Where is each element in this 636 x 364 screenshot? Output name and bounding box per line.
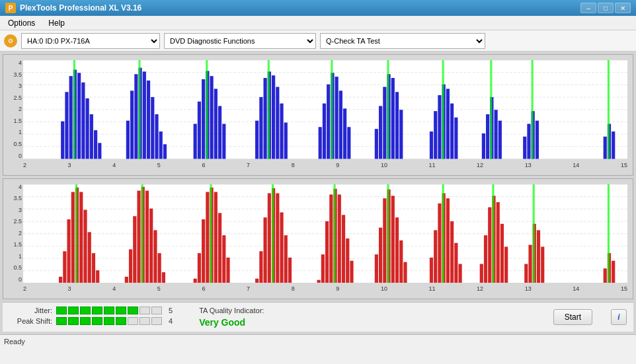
peak-seg-4 (92, 317, 102, 325)
svg-rect-114 (145, 190, 149, 283)
test-select[interactable]: Q-Check TA Test (320, 33, 485, 49)
svg-rect-41 (259, 97, 262, 159)
svg-rect-172 (497, 202, 500, 283)
svg-rect-39 (206, 60, 208, 159)
peak-seg-7 (128, 317, 138, 325)
bottom-panel: Jitter: 5 Peak Shift: (3, 302, 633, 332)
svg-rect-168 (480, 264, 483, 283)
svg-rect-157 (403, 262, 407, 283)
menu-options[interactable]: Options (3, 17, 40, 29)
svg-rect-38 (222, 124, 225, 159)
svg-rect-84 (532, 60, 534, 159)
svg-rect-133 (268, 193, 271, 283)
drive-select[interactable]: HA:0 ID:0 PX-716A (21, 33, 160, 49)
svg-rect-123 (206, 192, 209, 283)
jitter-seg-8 (139, 307, 150, 314)
window-controls[interactable]: – □ ✕ (580, 3, 631, 13)
menu-help[interactable]: Help (43, 17, 70, 29)
start-button[interactable]: Start (553, 309, 592, 325)
svg-rect-181 (533, 184, 535, 283)
peak-shift-row: Peak Shift: 4 (9, 317, 173, 325)
jitter-seg-5 (104, 307, 114, 314)
svg-rect-163 (446, 198, 450, 283)
svg-rect-117 (158, 253, 161, 283)
svg-rect-135 (276, 193, 279, 283)
svg-rect-129 (210, 184, 212, 283)
svg-rect-147 (346, 238, 349, 283)
drive-icon: ⊙ (4, 34, 17, 48)
svg-rect-72 (454, 118, 457, 159)
svg-rect-65 (387, 60, 389, 159)
svg-rect-143 (329, 194, 333, 283)
svg-rect-179 (537, 230, 540, 283)
svg-rect-11 (69, 76, 73, 159)
svg-rect-122 (202, 219, 205, 283)
svg-rect-18 (98, 143, 101, 159)
svg-rect-120 (194, 278, 197, 283)
svg-rect-46 (280, 104, 283, 159)
svg-rect-152 (383, 198, 386, 283)
svg-rect-150 (375, 254, 378, 283)
svg-rect-13 (77, 73, 81, 159)
peak-shift-value: 4 (169, 317, 173, 325)
svg-rect-107 (96, 270, 99, 283)
svg-rect-170 (488, 207, 491, 283)
svg-rect-81 (527, 124, 530, 159)
maximize-button[interactable]: □ (598, 3, 614, 13)
svg-rect-141 (321, 254, 325, 283)
svg-rect-161 (438, 203, 441, 283)
close-button[interactable]: ✕ (615, 3, 631, 13)
svg-rect-175 (492, 184, 494, 283)
svg-rect-169 (484, 235, 487, 283)
function-select[interactable]: DVD Diagnostic Functions (164, 33, 316, 49)
ta-quality-value: Very Good (199, 317, 264, 328)
bottom-chart-x-axis: 2 3 4 5 6 7 8 9 10 11 12 13 14 15 (23, 285, 627, 296)
jitter-seg-4 (92, 307, 102, 314)
peak-seg-8 (139, 317, 150, 325)
svg-rect-9 (61, 122, 64, 159)
svg-rect-62 (391, 78, 395, 159)
top-chart-y-axis: 0 0.5 1 1.5 2 2.5 3 3.5 4 (6, 60, 23, 159)
svg-rect-167 (442, 184, 444, 283)
svg-rect-109 (125, 276, 128, 283)
peak-seg-2 (68, 317, 79, 325)
svg-rect-176 (524, 264, 528, 283)
top-chart-svg (23, 60, 627, 159)
svg-rect-54 (339, 91, 342, 159)
peak-seg-6 (116, 317, 126, 325)
status-bar: Ready (0, 334, 636, 347)
svg-rect-70 (446, 89, 450, 159)
jitter-label: Jitter: (9, 307, 52, 314)
svg-rect-131 (259, 251, 262, 283)
svg-rect-160 (434, 230, 437, 283)
jitter-seg-9 (151, 307, 162, 314)
svg-rect-138 (288, 257, 292, 283)
peak-seg-5 (104, 317, 114, 325)
info-button[interactable]: i (611, 309, 627, 325)
svg-rect-103 (79, 192, 83, 283)
bottom-chart-svg (23, 184, 627, 283)
svg-rect-112 (137, 190, 140, 283)
svg-rect-145 (338, 194, 341, 283)
minimize-button[interactable]: – (580, 3, 596, 13)
svg-rect-111 (133, 216, 136, 283)
svg-rect-137 (284, 235, 288, 283)
svg-rect-20 (126, 121, 130, 159)
svg-rect-31 (194, 124, 197, 159)
svg-rect-140 (317, 279, 321, 283)
bottom-chart-container: 0 0.5 1 1.5 2 2.5 3 3.5 4 (3, 178, 633, 300)
svg-rect-121 (198, 253, 201, 283)
svg-rect-151 (379, 227, 382, 283)
svg-rect-182 (604, 268, 607, 283)
peak-shift-label: Peak Shift: (9, 317, 52, 325)
svg-rect-51 (327, 85, 330, 159)
svg-rect-100 (67, 219, 70, 283)
jitter-row: Jitter: 5 (9, 307, 173, 314)
svg-rect-73 (442, 60, 444, 159)
svg-rect-99 (63, 251, 66, 283)
svg-rect-42 (264, 78, 267, 159)
svg-rect-24 (143, 71, 146, 159)
app-title: PlexTools Professional XL V3.16 (20, 3, 141, 13)
ta-quality-section: TA Quality Indicator: Very Good (199, 307, 264, 328)
jitter-seg-1 (56, 307, 67, 314)
